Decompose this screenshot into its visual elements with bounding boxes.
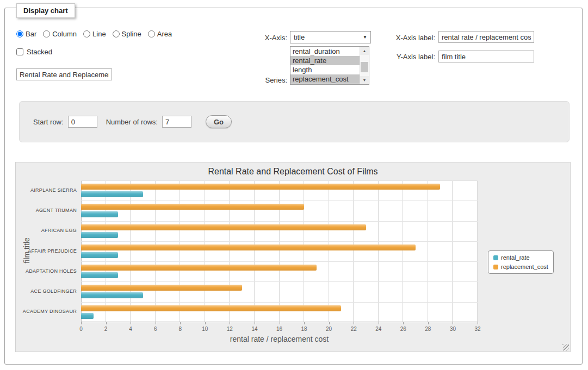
x-tick-label: 0 bbox=[73, 326, 89, 332]
x-axis-label-input[interactable] bbox=[438, 31, 534, 43]
start-row-input[interactable] bbox=[68, 116, 97, 128]
band-gridline bbox=[81, 261, 478, 262]
chart-type-label: Column bbox=[52, 30, 77, 38]
legend-swatch bbox=[493, 255, 498, 260]
chart-type-label: Line bbox=[92, 30, 106, 38]
axis-tick bbox=[478, 322, 478, 324]
x-axis-title: rental rate / replacement cost bbox=[81, 335, 478, 343]
gridline bbox=[279, 180, 280, 322]
bar-replacement_cost bbox=[81, 265, 317, 271]
chart-type-radio-bar[interactable] bbox=[16, 30, 23, 37]
series-options: rental_durationrental_ratelengthreplacem… bbox=[290, 47, 360, 84]
stacked-checkbox-row[interactable]: Stacked bbox=[16, 48, 52, 56]
series-select-label: Series: bbox=[239, 76, 287, 84]
series-option-rental_duration[interactable]: rental_duration bbox=[290, 47, 360, 56]
series-scrollbar[interactable]: ▲ ▼ bbox=[360, 47, 369, 84]
y-axis-label-input[interactable] bbox=[438, 51, 534, 62]
axis-tick bbox=[131, 322, 131, 324]
bar-rental_rate bbox=[81, 252, 118, 258]
start-row-label: Start row: bbox=[33, 118, 64, 126]
chart-type-option-line[interactable]: Line bbox=[83, 30, 106, 38]
category-label: ACADEMY DINOSAUR bbox=[20, 309, 77, 314]
legend-item-replacement_cost[interactable]: replacement_cost bbox=[493, 264, 548, 270]
category-label: AIRPLANE SIERRA bbox=[20, 187, 77, 193]
category-label: AFRICAN EGG bbox=[20, 228, 77, 233]
chart-type-option-column[interactable]: Column bbox=[43, 30, 77, 38]
x-tick-label: 8 bbox=[172, 326, 188, 332]
scrollbar-thumb[interactable] bbox=[361, 62, 368, 72]
axis-tick bbox=[205, 322, 206, 324]
row-params-panel: Start row: Number of rows: Go bbox=[19, 101, 570, 142]
chart-type-radio-column[interactable] bbox=[43, 30, 50, 37]
num-rows-input[interactable] bbox=[162, 116, 191, 128]
axis-tick bbox=[106, 322, 107, 324]
bar-replacement_cost bbox=[81, 305, 341, 311]
gridline bbox=[155, 180, 156, 322]
stacked-checkbox[interactable] bbox=[16, 48, 23, 55]
category-label: AGENT TRUMAN bbox=[20, 208, 77, 213]
bar-replacement_cost bbox=[81, 244, 416, 250]
series-option-replacement_cost[interactable]: replacement_cost bbox=[290, 74, 360, 84]
x-axis-label-label: X-Axis label: bbox=[382, 34, 435, 42]
chart-type-radio-area[interactable] bbox=[148, 30, 155, 37]
chart-type-option-bar[interactable]: Bar bbox=[16, 30, 36, 38]
x-tick-label: 14 bbox=[246, 326, 263, 332]
axis-tick bbox=[403, 322, 404, 324]
x-tick-label: 28 bbox=[420, 326, 436, 332]
axis-tick bbox=[379, 322, 379, 324]
gridline bbox=[353, 180, 354, 322]
band-gridline bbox=[81, 180, 478, 181]
x-axis-select[interactable]: title ▼ bbox=[290, 31, 371, 43]
chart-type-option-spline[interactable]: Spline bbox=[113, 30, 141, 38]
chart-type-option-area[interactable]: Area bbox=[148, 30, 172, 38]
x-tick-label: 24 bbox=[370, 326, 387, 332]
series-option-rental_rate[interactable]: rental_rate bbox=[290, 56, 360, 65]
gridline bbox=[378, 180, 379, 322]
fieldset-legend: Display chart bbox=[16, 3, 75, 18]
gridline bbox=[403, 180, 403, 322]
x-tick-label: 26 bbox=[395, 326, 411, 332]
axis-tick bbox=[230, 322, 230, 324]
go-button[interactable]: Go bbox=[206, 115, 232, 128]
legend-item-rental_rate[interactable]: rental_rate bbox=[493, 254, 548, 261]
legend-swatch bbox=[493, 265, 498, 269]
gridline bbox=[477, 180, 478, 322]
legend-label: replacement_cost bbox=[501, 264, 548, 270]
gridline bbox=[106, 180, 106, 322]
chart-type-label: Bar bbox=[26, 30, 36, 38]
bar-replacement_cost bbox=[81, 224, 366, 230]
scroll-up-icon[interactable]: ▲ bbox=[360, 47, 369, 55]
bar-rental_rate bbox=[81, 211, 118, 217]
axis-tick bbox=[354, 322, 354, 324]
x-axis-select-label: X-Axis: bbox=[239, 34, 287, 42]
category-label: ADAPTATION HOLES bbox=[20, 268, 77, 274]
resize-grip-icon[interactable] bbox=[562, 344, 569, 350]
bar-rental_rate bbox=[81, 191, 143, 197]
series-multiselect[interactable]: rental_durationrental_ratelengthreplacem… bbox=[290, 46, 369, 85]
bar-replacement_cost bbox=[81, 204, 304, 210]
x-tick-label: 10 bbox=[197, 326, 213, 332]
chart-legend: rental_ratereplacement_cost bbox=[488, 250, 554, 274]
chart-title-input[interactable] bbox=[16, 68, 112, 80]
dropdown-arrow-icon: ▼ bbox=[363, 35, 370, 40]
band-gridline bbox=[81, 200, 478, 201]
chart-type-radio-spline[interactable] bbox=[113, 30, 120, 37]
band-gridline bbox=[81, 302, 478, 303]
chart-type-radio-line[interactable] bbox=[83, 30, 90, 37]
x-tick-label: 16 bbox=[271, 326, 288, 332]
x-tick-label: 2 bbox=[98, 326, 114, 332]
axis-tick bbox=[304, 322, 305, 324]
gridline bbox=[180, 180, 180, 322]
band-gridline bbox=[81, 281, 478, 282]
x-tick-label: 22 bbox=[345, 326, 362, 332]
category-label: ACE GOLDFINGER bbox=[20, 289, 77, 294]
series-option-length[interactable]: length bbox=[290, 65, 360, 74]
scroll-down-icon[interactable]: ▼ bbox=[360, 76, 369, 84]
chart-type-radio-group: BarColumnLineSplineArea bbox=[16, 30, 172, 38]
gridline bbox=[205, 180, 205, 322]
bar-replacement_cost bbox=[81, 184, 440, 190]
legend-label: rental_rate bbox=[501, 254, 530, 261]
gridline bbox=[329, 180, 329, 322]
axis-tick bbox=[81, 322, 82, 324]
num-rows-label: Number of rows: bbox=[106, 118, 158, 126]
